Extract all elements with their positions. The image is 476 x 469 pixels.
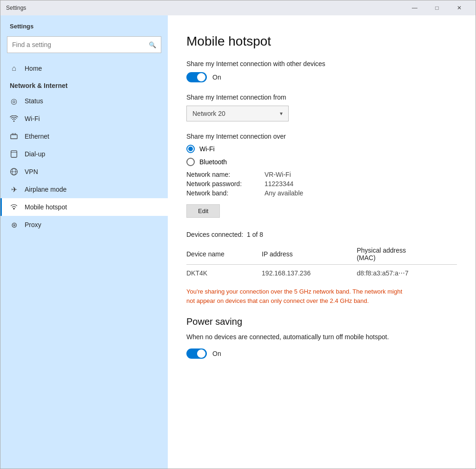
power-toggle-row: On <box>186 348 457 359</box>
sidebar-section-title: Network & Internet <box>0 77 168 92</box>
airplane-label: Airplane mode <box>25 186 66 193</box>
hotspot-label: Mobile hotspot <box>25 203 67 211</box>
share-from-dropdown-row: Network 20 ▾ <box>186 106 457 121</box>
power-desc: When no devices are connected, automatic… <box>186 333 457 342</box>
sidebar-item-wifi[interactable]: Wi-Fi <box>0 110 168 127</box>
network-dropdown[interactable]: Network 20 ▾ <box>186 106 289 121</box>
titlebar: Settings — □ ✕ <box>0 0 476 15</box>
device-mac-cell: d8:f8:a3:a57:a⋯7 <box>357 265 457 280</box>
device-ip-cell: 192.168.137.236 <box>262 265 357 280</box>
sidebar-item-airplane[interactable]: ✈ Airplane mode <box>0 181 168 198</box>
network-name-label: Network name: <box>186 171 261 178</box>
minimize-button[interactable]: — <box>404 0 425 15</box>
share-toggle-row: On <box>186 72 457 82</box>
radio-wifi[interactable]: Wi-Fi <box>186 145 457 153</box>
network-band-value: Any available <box>264 189 457 197</box>
sidebar-title: Settings <box>0 15 168 34</box>
network-name-value: VR-Wi-Fi <box>264 171 457 178</box>
share-toggle[interactable] <box>186 72 207 82</box>
wifi-icon <box>10 114 18 123</box>
share-over-radio-group: Wi-Fi Bluetooth <box>186 145 457 166</box>
power-title: Power saving <box>186 316 457 327</box>
main-content: Mobile hotspot Share my Internet connect… <box>168 15 476 469</box>
radio-bluetooth[interactable]: Bluetooth <box>186 158 457 166</box>
share-toggle-knob <box>197 73 205 81</box>
chevron-down-icon: ▾ <box>280 110 283 117</box>
dialup-label: Dial-up <box>25 150 45 158</box>
power-toggle-label: On <box>212 350 221 357</box>
proxy-label: Proxy <box>25 221 41 228</box>
sidebar-item-hotspot[interactable]: Mobile hotspot <box>0 198 168 216</box>
network-info-grid: Network name: VR-Wi-Fi Network password:… <box>186 171 457 197</box>
device-table: Device name IP address Physical address(… <box>186 244 457 280</box>
settings-window: Settings — □ ✕ Settings 🔍 ⌂ Home Network… <box>0 0 476 469</box>
status-label: Status <box>25 97 43 105</box>
close-button[interactable]: ✕ <box>449 0 470 15</box>
power-toggle[interactable] <box>186 348 207 359</box>
table-row: DKT4K 192.168.137.236 d8:f8:a3:a57:a⋯7 <box>186 265 457 280</box>
search-icon: 🔍 <box>149 41 156 48</box>
vpn-icon <box>10 168 18 176</box>
share-over-label: Share my Internet connection over <box>186 133 457 140</box>
col-physical-address: Physical address(MAC) <box>357 244 457 265</box>
devices-section: Devices connected: 1 of 8 Device name IP… <box>186 231 457 280</box>
network-password-value: 11223344 <box>264 180 457 188</box>
titlebar-controls: — □ ✕ <box>404 0 470 15</box>
svg-rect-4 <box>11 151 17 157</box>
maximize-button[interactable]: □ <box>426 0 448 15</box>
share-toggle-label: On <box>212 74 221 81</box>
svg-point-9 <box>13 208 15 210</box>
content-area: Settings 🔍 ⌂ Home Network & Internet ◎ S… <box>0 15 476 469</box>
home-icon: ⌂ <box>10 64 18 73</box>
sidebar-item-ethernet[interactable]: Ethernet <box>0 127 168 145</box>
network-band-label: Network band: <box>186 189 261 197</box>
edit-button[interactable]: Edit <box>186 204 220 218</box>
sidebar-item-dialup[interactable]: Dial-up <box>0 145 168 163</box>
radio-wifi-circle <box>186 145 195 153</box>
share-from-label: Share my Internet connection from <box>186 94 457 101</box>
sidebar: Settings 🔍 ⌂ Home Network & Internet ◎ S… <box>0 15 168 469</box>
dropdown-value: Network 20 <box>192 110 225 117</box>
vpn-label: VPN <box>25 168 38 175</box>
sidebar-item-proxy[interactable]: ⊛ Proxy <box>0 216 168 234</box>
col-ip-address: IP address <box>262 244 357 265</box>
status-icon: ◎ <box>10 97 18 105</box>
warning-text: You're sharing your connection over the … <box>186 287 410 305</box>
search-box[interactable]: 🔍 <box>7 36 161 53</box>
ethernet-icon <box>10 132 18 141</box>
ethernet-label: Ethernet <box>25 133 49 140</box>
svg-rect-0 <box>11 135 17 139</box>
devices-count-row: Devices connected: 1 of 8 <box>186 231 457 238</box>
window-title: Settings <box>6 5 26 11</box>
sidebar-item-status[interactable]: ◎ Status <box>0 92 168 110</box>
radio-bluetooth-circle <box>186 158 195 166</box>
power-toggle-knob <box>197 349 205 358</box>
proxy-icon: ⊛ <box>10 221 18 229</box>
hotspot-icon <box>10 203 18 211</box>
share-label: Share my Internet connection with other … <box>186 60 457 67</box>
sidebar-item-home[interactable]: ⌂ Home <box>0 60 168 77</box>
airplane-icon: ✈ <box>10 185 18 194</box>
page-title: Mobile hotspot <box>186 34 457 49</box>
devices-connected-label: Devices connected: <box>186 231 243 238</box>
home-label: Home <box>25 65 42 72</box>
radio-bluetooth-label: Bluetooth <box>199 158 227 166</box>
radio-wifi-label: Wi-Fi <box>199 145 215 153</box>
power-section: Power saving When no devices are connect… <box>186 316 457 359</box>
devices-connected-value: 1 of 8 <box>247 231 263 238</box>
dialup-icon <box>10 150 18 158</box>
wifi-label: Wi-Fi <box>25 115 40 122</box>
network-password-label: Network password: <box>186 180 261 188</box>
sidebar-item-vpn[interactable]: VPN <box>0 163 168 181</box>
device-name-cell: DKT4K <box>186 265 262 280</box>
search-input[interactable] <box>12 41 149 48</box>
col-device-name: Device name <box>186 244 262 265</box>
